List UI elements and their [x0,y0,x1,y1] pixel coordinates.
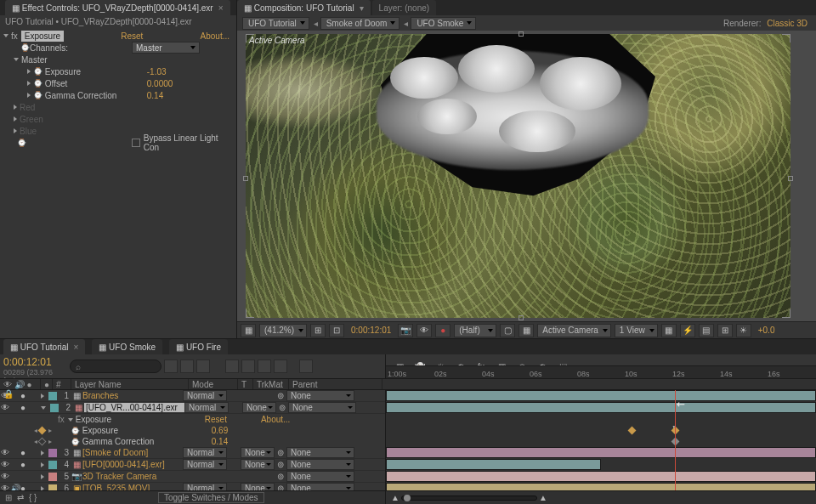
parent-dropdown[interactable]: None [286,459,354,470]
pickwhip-icon[interactable]: ⊚ [275,460,286,469]
gamma-value[interactable]: 0.14 [147,91,163,100]
disclosure-icon[interactable] [41,486,44,491]
hide-shy-icon[interactable] [196,360,210,373]
layer-bar-camera[interactable] [386,471,816,482]
add-keyframe-icon[interactable] [38,438,47,446]
snapshot-icon[interactable]: 📷 [398,324,413,337]
trkmat-dropdown[interactable]: None [241,483,275,490]
pickwhip-icon[interactable]: ⊚ [276,403,288,412]
stopwatch-icon[interactable]: ⌚ [33,67,42,76]
effect-name[interactable]: Exposure [21,31,64,42]
mode-dropdown[interactable]: Normal [183,447,227,458]
channel-icon[interactable]: ● [435,324,450,337]
motion-blur-icon[interactable] [241,360,255,373]
reset-link[interactable]: Reset [205,415,227,424]
crumb-smoke[interactable]: Smoke of Doom [320,17,400,30]
playhead[interactable]: ↖ [675,390,676,490]
bounds-handle[interactable] [246,309,254,318]
label-header[interactable]: ● [41,379,53,389]
bounds-handle[interactable] [518,315,524,320]
index-header[interactable]: # [53,379,71,389]
bypass-checkbox[interactable] [132,139,140,147]
disclosure-icon[interactable] [41,474,44,479]
toggle-switches-icon[interactable]: ⇄ [17,493,24,502]
layer-name[interactable]: [UFO[0000-0414].exr] [82,460,183,469]
layer-name[interactable]: Branches [82,391,183,400]
disclosure-icon[interactable] [27,69,31,74]
property-row-gamma[interactable]: ◂ ▸ ⌚ Gamma Correction 0.14 [0,436,385,447]
parent-dropdown[interactable]: None [286,471,354,482]
viewer-exposure-value[interactable]: +0.0 [758,326,775,335]
show-snapshot-icon[interactable]: 👁 [416,324,432,337]
about-link[interactable]: About... [261,415,290,424]
parent-dropdown[interactable]: None [288,402,356,413]
layer-name[interactable]: [TOB_5235.MOV] [82,484,183,490]
trkmat-dropdown[interactable]: None [241,459,275,470]
fast-previews-icon[interactable]: ⚡ [680,324,695,337]
comp-mini-flowchart-icon[interactable] [164,360,178,373]
mode-dropdown[interactable]: Normal [184,402,229,413]
pickwhip-icon[interactable]: ⊚ [275,391,286,400]
always-preview-icon[interactable]: ▦ [241,324,256,337]
layer-bar-vray[interactable] [386,402,816,413]
crumb-ufo-smoke[interactable]: UFO Smoke [411,17,476,30]
trkmat-dropdown[interactable]: None [241,447,275,458]
disclosure-icon[interactable] [41,406,46,410]
disclosure-icon[interactable] [14,58,19,61]
bounds-handle[interactable] [788,176,793,181]
exposure-value[interactable]: -1.03 [147,67,167,76]
bounds-handle[interactable] [246,34,254,42]
transparency-icon[interactable]: ▦ [518,324,534,337]
layer-bar-branches[interactable] [386,390,816,401]
zoom-slider[interactable] [401,496,537,501]
roi-icon[interactable]: ▢ [500,324,515,337]
next-keyframe-icon[interactable]: ▸ [48,438,52,445]
layer-name-header[interactable]: Layer Name [71,379,189,389]
visibility-icon[interactable]: 👁 [0,484,10,490]
close-icon[interactable]: × [73,343,78,352]
next-keyframe-icon[interactable]: ▸ [48,427,52,434]
parent-dropdown[interactable]: None [286,483,354,490]
search-input[interactable]: ⌕ [70,360,162,373]
disclosure-icon[interactable] [14,116,17,122]
layer-row-branches[interactable]: 👁● 1 ▦ Branches Normal ⊚ None [0,390,385,402]
fx-toggle-icon[interactable]: fx [11,31,18,41]
mode-dropdown[interactable]: Normal [183,483,227,490]
time-ruler[interactable]: 1:00s 02s 04s 06s 08s 10s 12s 14s 16s [386,365,816,378]
graph-editor-icon[interactable] [299,360,313,373]
layer-bar-tob[interactable] [386,483,816,490]
draft-3d-icon[interactable] [180,360,194,373]
bounds-handle[interactable] [243,176,248,181]
expand-icon[interactable]: ⊞ [5,493,12,502]
layer-row-smoke[interactable]: 👁● 3 ▦ [Smoke of Doom] Normal None ⊚ Non… [0,447,385,459]
crumb-ufo-tutorial[interactable]: UFO Tutorial [242,17,309,30]
timeline-tab-ufo-fire[interactable]: ▦ UFO Fire [169,339,228,354]
bounds-handle[interactable] [782,309,790,318]
prev-keyframe-icon[interactable]: ◂ [34,427,37,434]
label-color[interactable] [48,392,57,400]
brackets-icon[interactable]: { } [29,493,37,502]
pickwhip-icon[interactable]: ⊚ [275,448,286,457]
active-camera-dropdown[interactable]: Active Camera [537,324,611,337]
pixel-aspect-icon[interactable]: ▦ [661,324,677,337]
layer-name[interactable]: 3D Tracker Camera [82,472,183,481]
reset-exposure-icon[interactable]: ☀ [736,324,751,337]
renderer-value[interactable]: Classic 3D [767,19,808,28]
timeline-icon[interactable]: ▤ [699,324,714,337]
frame-blend-icon[interactable] [225,360,239,373]
keyframe[interactable] [628,427,637,435]
visibility-icon[interactable]: 👁 [0,460,10,469]
exposure-prop-value[interactable]: 0.69 [212,426,228,435]
property-row-exposure[interactable]: ◂ ▸ ⌚ Exposure 0.69 [0,425,385,436]
about-link[interactable]: About... [201,31,230,41]
layer-name[interactable]: [Smoke of Doom] [82,448,183,457]
stopwatch-icon[interactable]: ⌚ [17,139,26,147]
pickwhip-icon[interactable]: ⊚ [275,484,286,490]
pickwhip-icon[interactable]: ⊚ [275,472,286,481]
brainstorm-icon[interactable] [258,360,271,373]
stopwatch-icon[interactable]: ⌚ [33,79,42,88]
bounds-handle[interactable] [518,31,524,37]
parent-dropdown[interactable]: None [286,447,354,458]
close-icon[interactable]: × [218,3,224,13]
mode-header[interactable]: Mode [189,379,238,389]
